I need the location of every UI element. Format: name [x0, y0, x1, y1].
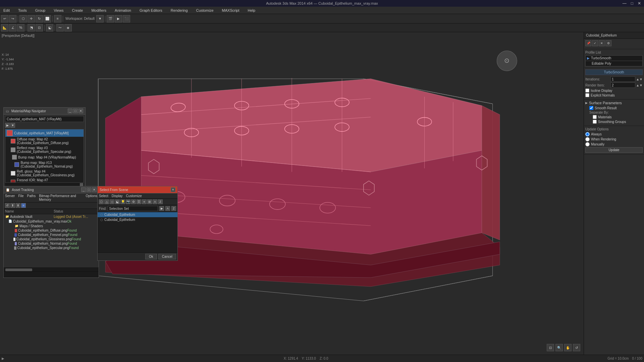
select-filter-go[interactable]: ▶ [159, 206, 164, 211]
scene-item-cuboidal-1[interactable]: ⬡ Cuboidal_Epithelium [98, 212, 177, 217]
rpanel-settings-button[interactable]: ⚙ [605, 40, 611, 46]
rpanel-profile-epoly[interactable]: Editable Poly [585, 61, 643, 66]
rpanel-render-iter-spinner[interactable]: ▲▼ [636, 83, 643, 87]
select-tb-4[interactable]: ⬕ [115, 199, 120, 204]
scale-button[interactable]: ⬜ [44, 15, 51, 22]
select-scene-cancel-button[interactable]: Cancel [158, 254, 176, 259]
asset-row-maxfile[interactable]: 📄 Cuboidal_Epithelium_max_vray.max Ok [4, 219, 99, 224]
asset-row-vault[interactable]: 📁 Autodesk Vault Logged Out (Asset Tr... [4, 214, 99, 219]
rpanel-x-button[interactable]: ✕ [599, 40, 605, 46]
menu-item-tools[interactable]: Tools [16, 8, 29, 13]
layer-button[interactable]: ≡ [54, 15, 61, 22]
rpanel-iterations-spinner[interactable]: ▲▼ [636, 77, 643, 81]
select-tb-2[interactable]: △ [104, 199, 109, 204]
menu-item-rendering[interactable]: Rendering [169, 8, 190, 13]
orbit-button[interactable]: ↺ [573, 344, 580, 351]
material-editor-button[interactable]: ⬛ [123, 15, 130, 22]
asset-menu-bitmap[interactable]: Bitmap Performance and Memory [39, 194, 82, 201]
select-tb-5[interactable]: 💡 [120, 199, 125, 204]
mat-expand-button[interactable]: ▶ [5, 123, 10, 128]
menu-item-animation[interactable]: Animation [113, 8, 133, 13]
align-button[interactable]: ⊡ [36, 24, 43, 32]
menu-item-group[interactable]: Group [34, 8, 47, 13]
rpanel-update-manual-radio[interactable] [585, 142, 590, 146]
mat-item-specular[interactable]: Reflect map: Map #3 (Cuboidal_Epithelium… [5, 145, 84, 154]
schematic-button[interactable]: ◈ [64, 24, 72, 32]
render-button[interactable]: ▶ [115, 15, 122, 22]
zoom-extents-button[interactable]: ⊡ [547, 344, 554, 351]
select-tb-9[interactable]: ≡ [142, 199, 147, 204]
curve-editor-button[interactable]: 〜 [56, 24, 64, 32]
rpanel-pin-button[interactable]: 📌 [585, 40, 591, 46]
asset-track-minimize-button[interactable]: _ [81, 187, 86, 192]
rpanel-update-render-radio[interactable] [585, 137, 590, 141]
asset-track-close-button[interactable]: ✕ [92, 187, 97, 192]
angle-snap-button[interactable]: ∠ [9, 24, 16, 32]
menu-item-edit[interactable]: Edit [2, 8, 11, 13]
mat-nav-search[interactable] [5, 116, 84, 122]
mat-nav-maximize-button[interactable]: □ [73, 109, 78, 113]
rpanel-iterations-input[interactable] [610, 76, 635, 82]
redo-button[interactable]: ↪ [9, 15, 16, 22]
select-tb-1[interactable]: ⬡ [99, 199, 104, 204]
mat-item-gloss[interactable]: Refl. gloss: Map #4 (Cuboidal_Epithelium… [5, 169, 84, 178]
asset-tb-3[interactable]: ⬇ [16, 203, 20, 208]
asset-row-mapsfolder[interactable]: 📁 Maps / Shaders [4, 224, 99, 228]
asset-track-maximize-button[interactable]: □ [87, 187, 91, 192]
status-play[interactable]: ▶ [2, 357, 4, 360]
mirror-button[interactable]: ⬔ [28, 24, 35, 32]
asset-row-fresnel[interactable]: Cuboidal_epithelium_Fresnel.png Found [4, 233, 99, 237]
asset-row-diffuse[interactable]: Cuboidal_epithelium_Diffuse.png Found [4, 228, 99, 233]
menu-item-customize[interactable]: Customize [195, 8, 215, 13]
layers-button[interactable]: ⬕ [46, 24, 53, 32]
select-button[interactable]: ⬡ [19, 15, 27, 22]
select-tb-10[interactable]: ⊞ [147, 199, 152, 204]
scene-item-cuboidal-2[interactable]: ⬡ Cuboidal_Epithelium [98, 217, 177, 222]
mat-item-root[interactable]: Cuboidal_epithelium_MAT [VRayMtl] [5, 129, 84, 137]
rpanel-smooth-check[interactable] [589, 106, 593, 110]
select-tb-8[interactable]: ☰ [137, 199, 141, 204]
mat-collapse-button[interactable]: ▼ [10, 123, 15, 128]
menu-item-help[interactable]: Help [246, 8, 257, 13]
viewport-controls[interactable]: ⊡ 🔍 ✋ ↺ [547, 344, 580, 351]
mat-item-diffuse[interactable]: Diffuse map: Map #2 (Cuboidal_Epithelium… [5, 137, 84, 145]
select-tb-11[interactable]: A [153, 199, 157, 204]
menu-item-maxscript[interactable]: MAXScript [220, 8, 241, 13]
rpanel-check-button[interactable]: ✓ [592, 40, 598, 46]
workspace-dropdown[interactable]: ▼ [96, 15, 104, 22]
mat-nav-close-button[interactable]: ✕ [78, 109, 83, 113]
select-tb-12[interactable]: Z [158, 199, 163, 204]
pan-button[interactable]: ✋ [564, 344, 572, 351]
menu-item-create[interactable]: Create [70, 8, 85, 13]
mat-item-fresnel[interactable]: Fresnel IOR: Map #7 (Cuboidal_Epithelium… [5, 178, 84, 183]
move-button[interactable]: ✛ [28, 15, 35, 22]
mat-nav-minimize-button[interactable]: _ [68, 109, 72, 113]
rpanel-update-button[interactable]: Update [585, 147, 643, 153]
rotate-button[interactable]: ↻ [36, 15, 43, 22]
mat-item-normalmap[interactable]: Bump map: Map #4 (VRayNormalMap) [5, 154, 84, 160]
menu-item-graph-editors[interactable]: Graph Editors [138, 8, 164, 13]
asset-row-specular[interactable]: Cuboidal_epithelium_Specular.png Found [4, 246, 99, 250]
rpanel-update-always-radio[interactable] [585, 132, 590, 136]
asset-tb-2[interactable]: ⬆ [10, 203, 15, 208]
select-filter-opt1[interactable]: A [165, 206, 170, 211]
select-menu-customize[interactable]: Customize [126, 194, 142, 198]
asset-menu-options[interactable]: Options [86, 194, 97, 201]
asset-row-gloss[interactable]: Cuboidal_epithelium_Glossiness.png Found [4, 237, 99, 241]
menu-item-modifiers[interactable]: Modifiers [90, 8, 108, 13]
percent-snap-button[interactable]: % [17, 24, 24, 32]
select-scene-close-button[interactable]: ✕ [171, 187, 175, 192]
rpanel-isoline-check[interactable] [585, 88, 589, 93]
asset-tb-1[interactable]: ↺ [5, 203, 10, 208]
title-bar-controls[interactable]: — □ ✕ [621, 1, 642, 6]
asset-tb-4[interactable]: ≡ [21, 203, 26, 208]
asset-track-scrollbar[interactable] [4, 267, 99, 272]
rpanel-surface-toggle[interactable]: ▶ Surface Parameters [585, 101, 643, 105]
asset-track-scroll-thumb[interactable] [5, 268, 32, 271]
rpanel-render-iter-input[interactable] [610, 82, 635, 88]
render-setup-button[interactable]: 🎬 [107, 15, 114, 22]
select-filter-input[interactable] [108, 206, 158, 211]
zoom-button[interactable]: 🔍 [555, 344, 563, 351]
asset-menu-paths[interactable]: Paths [27, 194, 36, 201]
mat-item-normal-tex[interactable]: Bump map: Map #13 (Cuboidal_Epithelium_N… [5, 160, 84, 169]
